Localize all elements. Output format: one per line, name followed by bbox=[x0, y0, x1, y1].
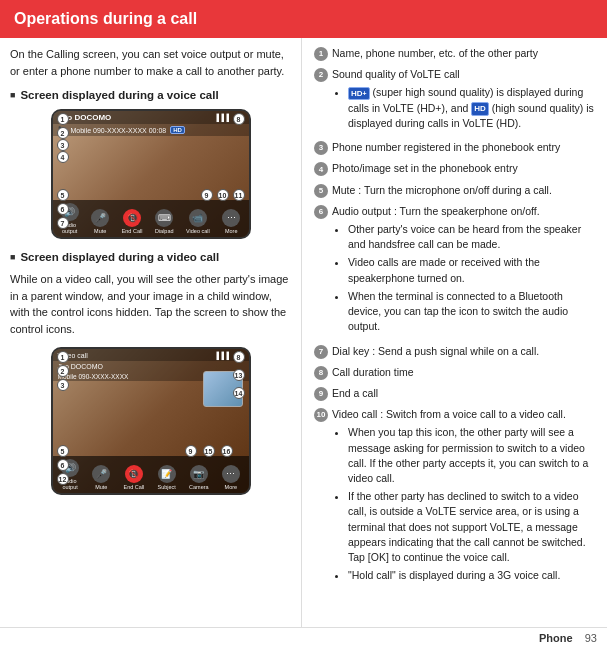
v-camera-icon: 📷 bbox=[190, 465, 208, 483]
item10-sub3: "Hold call" is displayed during a 3G voi… bbox=[348, 568, 597, 583]
list-item-7: Dial key : Send a push signal while on a… bbox=[314, 344, 597, 359]
footer-label: Phone bbox=[539, 632, 573, 644]
num-4: 4 bbox=[57, 151, 69, 163]
v-num-8: 8 bbox=[233, 351, 245, 363]
more-ctrl: ⋯ More bbox=[222, 209, 240, 234]
item2-sub1: HD (super high sound quality) is display… bbox=[348, 85, 597, 131]
item8-text: Call duration time bbox=[332, 365, 597, 380]
item2-text: Sound quality of VoLTE call HD (super hi… bbox=[332, 67, 597, 134]
section1-title: Screen displayed during a voice call bbox=[10, 89, 291, 101]
hd-plus-badge: HD bbox=[348, 87, 370, 101]
v-num-13: 13 bbox=[233, 369, 245, 381]
v-end-label: End Call bbox=[124, 484, 145, 490]
v-more-label: More bbox=[225, 484, 238, 490]
item1-text: Name, phone number, etc. of the other pa… bbox=[332, 46, 597, 61]
end-call-icon[interactable]: 📵 bbox=[123, 209, 141, 227]
dialpad-ctrl: ⌨ Dialpad bbox=[155, 209, 174, 234]
more-label: More bbox=[225, 228, 238, 234]
v-num-6: 6 bbox=[57, 459, 69, 471]
list-item-10: Video call : Switch from a voice call to… bbox=[314, 407, 597, 586]
num-5: 5 bbox=[57, 189, 69, 201]
signal-icon: ▌▌▌ bbox=[217, 114, 232, 121]
mockup-background: Jiro DOCOMO ▌▌▌ 🔋 📞 Mobile 090-XXXX-XXXX… bbox=[53, 111, 249, 237]
v-num-1: 1 bbox=[57, 351, 69, 363]
v-num-3: 3 bbox=[57, 379, 69, 391]
item6-sub3: When the terminal is connected to a Blue… bbox=[348, 289, 597, 335]
video-mockup-bg: Video call ▌▌▌ 🔋 Jiro DOCOMO Mobile 090-… bbox=[53, 349, 249, 493]
item3-text: Phone number registered in the phonebook… bbox=[332, 140, 597, 155]
v-end-icon[interactable]: 📵 bbox=[125, 465, 143, 483]
hd-badge-inline: HD bbox=[471, 102, 489, 116]
dialpad-label: Dialpad bbox=[155, 228, 174, 234]
num-11: 11 bbox=[233, 189, 245, 201]
mute-ctrl: 🎤 Mute bbox=[91, 209, 109, 234]
num-3: 3 bbox=[57, 139, 69, 151]
v-num-12: 12 bbox=[57, 473, 69, 485]
video-call-ctrl: 📹 Video call bbox=[186, 209, 210, 234]
main-content: On the Calling screen, you can set voice… bbox=[0, 38, 607, 627]
feature-list: Name, phone number, etc. of the other pa… bbox=[314, 46, 597, 587]
end-call-ctrl[interactable]: 📵 End Call bbox=[122, 209, 143, 234]
item6-sub2: Video calls are made or received with th… bbox=[348, 255, 597, 285]
list-item-8: Call duration time bbox=[314, 365, 597, 380]
list-item-4: Photo/image set in the phonebook entry bbox=[314, 161, 597, 176]
mockup-status-bar: Jiro DOCOMO ▌▌▌ 🔋 bbox=[53, 111, 249, 124]
more-icon: ⋯ bbox=[222, 209, 240, 227]
section2-body: While on a video call, you will see the … bbox=[10, 271, 291, 337]
item10-sub1: When you tap this icon, the other party … bbox=[348, 425, 597, 486]
item9-text: End a call bbox=[332, 386, 597, 401]
call-info-row: 📞 Mobile 090-XXXX-XXXX 00:08 HD bbox=[53, 124, 249, 136]
item6-sub1: Other party's voice can be heard from th… bbox=[348, 222, 597, 252]
left-column: On the Calling screen, you can set voice… bbox=[0, 38, 302, 627]
v-end-call-ctrl[interactable]: 📵 End Call bbox=[124, 465, 145, 490]
v-subject-ctrl: 📝 Subject bbox=[158, 465, 176, 490]
v-subject-icon: 📝 bbox=[158, 465, 176, 483]
voice-call-mockup: Jiro DOCOMO ▌▌▌ 🔋 📞 Mobile 090-XXXX-XXXX… bbox=[51, 109, 251, 239]
v-num-5: 5 bbox=[57, 445, 69, 457]
video-label: Video call bbox=[186, 228, 210, 234]
right-column: Name, phone number, etc. of the other pa… bbox=[302, 38, 607, 627]
call-info-text: Mobile 090-XXXX-XXXX 00:08 bbox=[71, 127, 167, 134]
video-status-bar: Video call ▌▌▌ 🔋 bbox=[53, 349, 249, 361]
v-more-icon: ⋯ bbox=[222, 465, 240, 483]
video-icon: 📹 bbox=[189, 209, 207, 227]
list-item-9: End a call bbox=[314, 386, 597, 401]
v-camera-label: Camera bbox=[189, 484, 209, 490]
mute-icon: 🎤 bbox=[91, 209, 109, 227]
num-2: 2 bbox=[57, 127, 69, 139]
list-item-5: Mute : Turn the microphone on/off during… bbox=[314, 183, 597, 198]
list-item-1: Name, phone number, etc. of the other pa… bbox=[314, 46, 597, 61]
item7-text: Dial key : Send a push signal while on a… bbox=[332, 344, 597, 359]
end-call-label: End Call bbox=[122, 228, 143, 234]
num-9: 9 bbox=[201, 189, 213, 201]
item6-subitems: Other party's voice can be heard from th… bbox=[348, 222, 597, 335]
page-footer: Phone 93 bbox=[0, 627, 607, 648]
item4-text: Photo/image set in the phonebook entry bbox=[332, 161, 597, 176]
item10-text: Video call : Switch from a voice call to… bbox=[332, 407, 597, 586]
v-num-15: 15 bbox=[203, 445, 215, 457]
intro-text: On the Calling screen, you can set voice… bbox=[10, 46, 291, 79]
page-number: 93 bbox=[585, 632, 597, 644]
list-item-6: Audio output : Turn the speakerphone on/… bbox=[314, 204, 597, 338]
signal-icon2: ▌▌▌ bbox=[217, 352, 232, 359]
v-camera-ctrl: 📷 Camera bbox=[189, 465, 209, 490]
num-1: 1 bbox=[57, 113, 69, 125]
v-num-9: 9 bbox=[185, 445, 197, 457]
list-item-2: Sound quality of VoLTE call HD (super hi… bbox=[314, 67, 597, 134]
dialpad-icon: ⌨ bbox=[155, 209, 173, 227]
v-num-14: 14 bbox=[233, 387, 245, 399]
section2-title: Screen displayed during a video call bbox=[10, 251, 291, 263]
v-mute-label: Mute bbox=[95, 484, 107, 490]
item2-subitems: HD (super high sound quality) is display… bbox=[348, 85, 597, 131]
num-10: 10 bbox=[217, 189, 229, 201]
v-num-2: 2 bbox=[57, 365, 69, 377]
page-header: Operations during a call bbox=[0, 0, 607, 38]
video-call-mockup: Video call ▌▌▌ 🔋 Jiro DOCOMO Mobile 090-… bbox=[51, 347, 251, 495]
v-more-ctrl: ⋯ More bbox=[222, 465, 240, 490]
hd-badge: HD bbox=[170, 126, 185, 134]
item10-subitems: When you tap this icon, the other party … bbox=[348, 425, 597, 583]
voice-call-controls: 🔊 Audiooutput 🎤 Mute 📵 End Call ⌨ Dialpa… bbox=[53, 200, 249, 237]
v-mute-icon: 🎤 bbox=[92, 465, 110, 483]
mute-label: Mute bbox=[94, 228, 106, 234]
list-item-3: Phone number registered in the phonebook… bbox=[314, 140, 597, 155]
